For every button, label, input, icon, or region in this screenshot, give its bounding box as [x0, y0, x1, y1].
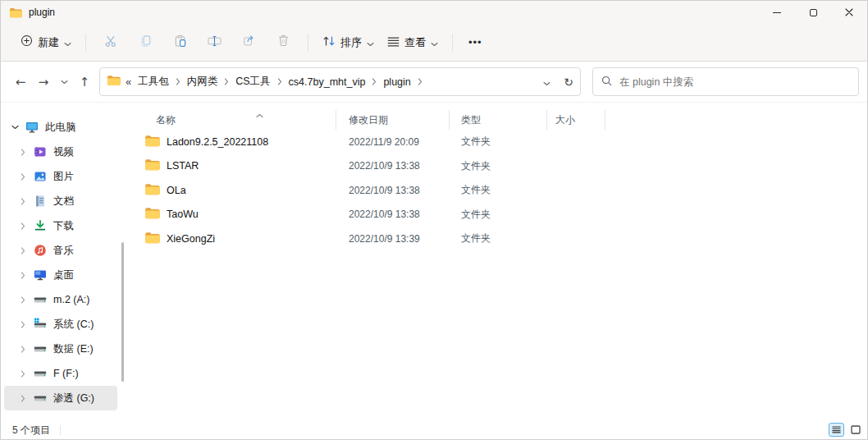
videos-icon — [33, 145, 47, 158]
file-name: Ladon9.2.5_20221108 — [167, 136, 268, 148]
column-header-size[interactable]: 大小 — [547, 110, 605, 130]
forward-button[interactable]: → — [32, 70, 55, 94]
paste-button[interactable] — [162, 29, 197, 57]
copy-button[interactable] — [128, 29, 162, 57]
chevron-right-icon[interactable] — [17, 296, 29, 304]
chevron-right-icon[interactable] — [17, 198, 29, 205]
chevron-right-icon[interactable] — [17, 321, 29, 328]
file-date: 2022/10/9 13:38 — [336, 185, 450, 196]
this-pc-icon — [25, 121, 39, 134]
breadcrumb-item[interactable]: CS工具 — [231, 75, 275, 89]
new-button[interactable]: 新建 — [14, 29, 78, 57]
view-button[interactable]: 查看 — [381, 29, 445, 57]
sidebar-item-pictures[interactable]: 图片 — [4, 164, 117, 189]
chevron-right-icon[interactable] — [17, 370, 29, 378]
view-lines-icon — [387, 35, 400, 50]
toolbar-separator — [308, 34, 308, 52]
table-row[interactable]: LSTAR 2022/10/9 13:38 文件夹 — [141, 154, 867, 179]
file-type: 文件夹 — [450, 183, 547, 197]
folder-icon — [144, 158, 160, 173]
breadcrumb[interactable]: « 工具包 内网类 CS工具 cs4.7by_mht_vip plugin ↻ — [99, 67, 581, 96]
sidebar-item-drive-c[interactable]: 系统 (C:) — [4, 312, 117, 337]
share-icon — [243, 34, 255, 50]
chevron-right-icon[interactable] — [17, 247, 29, 254]
folder-icon — [144, 207, 160, 222]
back-button[interactable]: ← — [9, 70, 32, 94]
minimize-button[interactable] — [759, 1, 795, 24]
sidebar-item-drive-f[interactable]: F (F:) — [4, 361, 117, 386]
cut-icon — [104, 34, 118, 51]
delete-button[interactable] — [266, 29, 300, 57]
paste-icon — [174, 34, 186, 51]
column-header-date[interactable]: 修改日期 — [336, 110, 450, 130]
table-row[interactable]: Ladon9.2.5_20221108 2022/11/9 20:09 文件夹 — [141, 130, 867, 154]
large-icons-view-button[interactable] — [847, 423, 863, 437]
new-plus-icon — [21, 34, 33, 50]
toolbar-separator — [452, 34, 453, 52]
breadcrumb-overflow-icon[interactable]: « — [126, 76, 131, 88]
folder-icon — [144, 183, 160, 198]
chevron-right-icon[interactable] — [17, 346, 29, 353]
window-title: plugin — [29, 7, 55, 18]
close-button[interactable] — [831, 1, 867, 24]
sidebar-scrollbar[interactable] — [121, 242, 124, 382]
refresh-icon[interactable]: ↻ — [564, 76, 573, 89]
search-box[interactable] — [592, 67, 859, 96]
breadcrumb-item[interactable]: cs4.7by_mht_vip — [284, 76, 371, 88]
chevron-right-icon[interactable] — [174, 78, 182, 85]
sidebar-item-drive-e[interactable]: 数据 (E:) — [4, 337, 117, 361]
cut-button[interactable] — [94, 29, 128, 57]
chevron-right-icon[interactable] — [416, 78, 424, 85]
chevron-right-icon[interactable] — [17, 272, 29, 279]
chevron-right-icon[interactable] — [17, 395, 29, 402]
chevron-right-icon[interactable] — [17, 173, 29, 181]
rename-button[interactable] — [197, 29, 231, 57]
table-row[interactable]: OLa 2022/10/9 13:38 文件夹 — [141, 178, 867, 203]
chevron-right-icon[interactable] — [17, 149, 29, 156]
sidebar-item-drive-a[interactable]: m.2 (A:) — [4, 287, 117, 312]
drive-icon — [33, 342, 47, 355]
sidebar-item-downloads[interactable]: 下载 — [4, 213, 117, 238]
table-row[interactable]: TaoWu 2022/10/9 13:38 文件夹 — [141, 203, 867, 227]
more-options-button[interactable]: ••• — [460, 36, 491, 48]
chevron-down-icon — [431, 35, 438, 50]
column-headers: 名称 修改日期 类型 大小 — [141, 107, 867, 130]
breadcrumb-item[interactable]: 内网类 — [182, 75, 223, 89]
file-name: XieGongZi — [167, 233, 215, 245]
drive-icon — [33, 293, 47, 306]
file-name: LSTAR — [167, 160, 199, 172]
column-header-name[interactable]: 名称 — [141, 110, 336, 130]
sidebar-item-desktop[interactable]: 桌面 — [4, 263, 117, 287]
file-type: 文件夹 — [450, 159, 547, 173]
chevron-right-icon[interactable] — [276, 78, 284, 85]
share-button[interactable] — [231, 29, 266, 57]
desktop-icon — [33, 268, 47, 282]
sidebar-item-this-pc[interactable]: 此电脑 — [4, 115, 117, 140]
chevron-right-icon[interactable] — [222, 78, 231, 85]
file-explorer-window: plugin 新建 — [0, 0, 868, 440]
details-view-button[interactable] — [829, 423, 844, 437]
sidebar-item-videos[interactable]: 视频 — [4, 140, 117, 164]
sort-button[interactable]: 排序 — [316, 29, 381, 57]
file-name: TaoWu — [167, 209, 199, 220]
search-input[interactable] — [619, 76, 850, 88]
address-row: ← → ↑ « 工具包 内网类 CS工具 cs4.7by_mht_vip plu… — [1, 62, 867, 103]
table-row[interactable]: XieGongZi 2022/10/9 13:39 文件夹 — [141, 227, 867, 251]
column-header-type[interactable]: 类型 — [450, 110, 547, 130]
chevron-down-icon[interactable] — [9, 125, 21, 130]
maximize-button[interactable] — [795, 1, 831, 24]
sidebar-item-documents[interactable]: 文档 — [4, 189, 117, 213]
address-dropdown-icon[interactable] — [543, 75, 550, 89]
folder-icon — [144, 135, 160, 149]
sidebar-item-music[interactable]: 音乐 — [4, 238, 117, 263]
up-button[interactable]: ↑ — [73, 70, 96, 94]
chevron-right-icon[interactable] — [370, 78, 378, 85]
sidebar-item-drive-g[interactable]: 渗透 (G:) — [4, 386, 117, 410]
breadcrumb-item-current[interactable]: plugin — [378, 76, 415, 88]
chevron-down-icon — [64, 35, 71, 50]
drive-icon — [33, 392, 47, 405]
documents-icon — [33, 195, 47, 208]
recent-locations-button[interactable] — [55, 70, 73, 94]
breadcrumb-item[interactable]: 工具包 — [133, 75, 174, 89]
chevron-right-icon[interactable] — [17, 222, 29, 230]
